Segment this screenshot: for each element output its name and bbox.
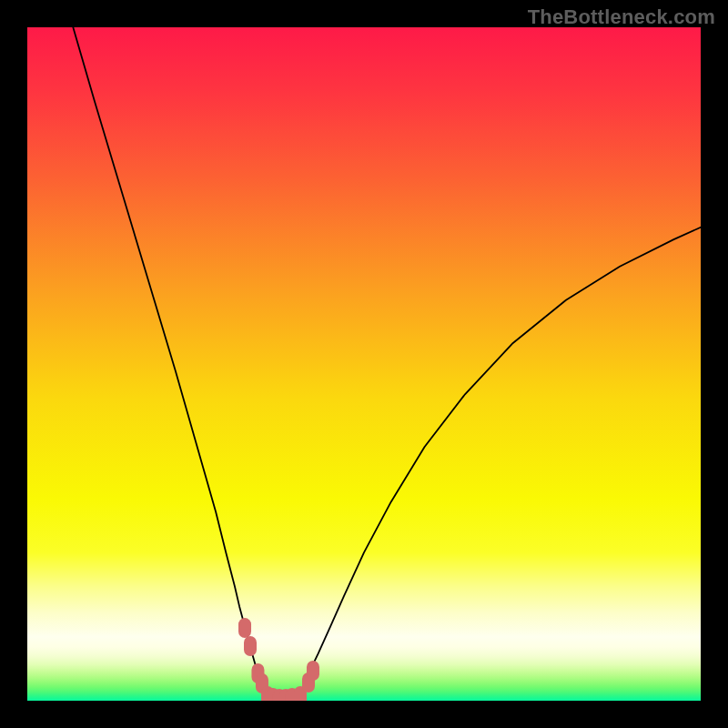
curve-layer (27, 27, 701, 701)
series-right-branch (300, 228, 701, 696)
capsule-marker (307, 661, 319, 681)
capsule-marker (244, 636, 257, 656)
series-left-branch (73, 27, 268, 696)
chart-frame: TheBottleneck.com (0, 0, 728, 728)
plot-area (27, 27, 701, 701)
capsule-marker (238, 618, 251, 638)
watermark-text: TheBottleneck.com (528, 5, 715, 29)
